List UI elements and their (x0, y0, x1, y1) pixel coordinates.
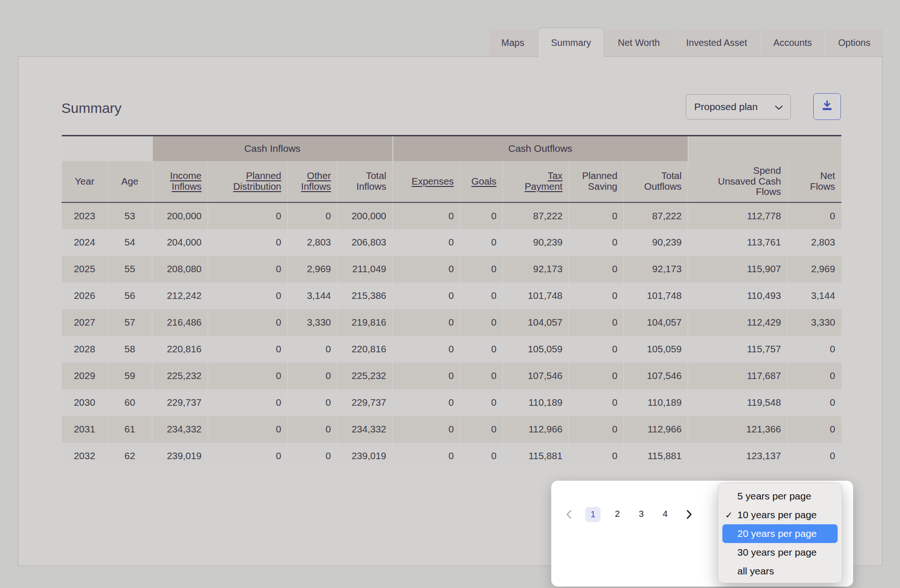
page-button-4[interactable]: 4 (658, 507, 672, 521)
cell: 216,486 (152, 309, 208, 336)
column-header-total-outflows: Total Outflows (624, 161, 688, 202)
cell: 0 (460, 309, 503, 336)
tab-maps[interactable]: Maps (489, 29, 537, 56)
cell: 101,748 (503, 283, 569, 309)
cell: 115,881 (503, 443, 569, 469)
cell: 87,222 (624, 202, 688, 229)
cell: 0 (208, 309, 288, 336)
column-header-planned-distribution[interactable]: Planned Distribution (208, 161, 288, 202)
cell: 0 (460, 202, 503, 229)
menu-item-30-years-per-page[interactable]: 30 years per page (718, 543, 842, 562)
group-header-cash-inflows: Cash Inflows (152, 136, 393, 161)
cell: 60 (108, 389, 152, 416)
cell: 0 (208, 336, 288, 363)
group-header-spacer (62, 136, 152, 161)
menu-item-5-years-per-page[interactable]: 5 years per page (718, 487, 842, 506)
tab-summary[interactable]: Summary (538, 28, 604, 57)
cell: 0 (393, 283, 460, 309)
cell: 121,366 (688, 416, 788, 443)
table-body: 202353200,00000200,0000087,222087,222112… (62, 202, 841, 469)
cell: 105,059 (624, 336, 688, 363)
cell: 0 (460, 389, 503, 416)
menu-item-label: 10 years per page (737, 509, 817, 521)
cell: 219,816 (338, 309, 393, 336)
cell: 117,687 (688, 363, 788, 389)
cell: 123,137 (688, 443, 788, 469)
cell: 0 (460, 229, 503, 256)
column-header-tax-payment[interactable]: Tax Payment (503, 161, 569, 202)
cell: 200,000 (338, 202, 393, 229)
plan-select[interactable]: Proposed plan (686, 94, 791, 119)
cell: 0 (460, 336, 503, 363)
cell: 0 (288, 336, 338, 363)
menu-item-label: 30 years per page (737, 547, 817, 558)
page-buttons: 1234 (585, 507, 672, 522)
cell: 62 (108, 443, 152, 469)
cell: 112,429 (688, 309, 788, 336)
tab-options[interactable]: Options (825, 29, 883, 56)
column-header-goals[interactable]: Goals (460, 161, 503, 202)
cell: 2027 (62, 309, 108, 336)
cell: 0 (393, 336, 460, 363)
cell: 0 (569, 283, 624, 309)
menu-item-10-years-per-page[interactable]: ✓10 years per page (718, 506, 842, 524)
cell: 115,757 (688, 336, 788, 363)
cell: 55 (108, 256, 152, 283)
cell: 104,057 (503, 309, 569, 336)
column-header-expenses[interactable]: Expenses (393, 161, 460, 202)
cell: 58 (108, 336, 152, 363)
cell: 0 (788, 389, 841, 416)
cell: 206,803 (338, 229, 393, 256)
cell: 104,057 (624, 309, 688, 336)
cell: 2,803 (788, 229, 841, 256)
cell: 87,222 (503, 202, 569, 229)
cell: 110,493 (688, 283, 788, 309)
column-header-income-inflows[interactable]: Income Inflows (152, 161, 208, 202)
column-header-other-inflows[interactable]: Other Inflows (288, 161, 338, 202)
cell: 234,332 (338, 416, 393, 443)
cell: 107,546 (503, 363, 569, 389)
column-header-planned-saving: Planned Saving (569, 161, 624, 202)
cell: 110,189 (624, 389, 688, 416)
download-button[interactable] (813, 93, 841, 120)
cell: 0 (208, 416, 288, 443)
pagination: 1234 (562, 507, 696, 522)
cell: 2023 (62, 202, 108, 229)
cell: 2030 (62, 389, 108, 416)
menu-item-all-years[interactable]: all years (718, 562, 842, 581)
tab-accounts[interactable]: Accounts (761, 29, 825, 56)
chevron-left-icon[interactable] (562, 507, 576, 521)
cell: 0 (460, 256, 503, 283)
chevron-right-icon[interactable] (682, 507, 696, 521)
cell: 0 (208, 229, 288, 256)
cell: 239,019 (338, 443, 393, 469)
cell: 212,242 (152, 283, 208, 309)
cell: 0 (569, 336, 624, 363)
tab-invested-asset[interactable]: Invested Asset (674, 29, 760, 56)
cell: 0 (208, 283, 288, 309)
cell: 0 (788, 202, 841, 229)
cell: 0 (393, 363, 460, 389)
tab-net-worth[interactable]: Net Worth (605, 29, 673, 56)
cell: 0 (393, 389, 460, 416)
cell: 112,778 (688, 202, 788, 229)
cell: 0 (288, 389, 338, 416)
cell: 2,969 (288, 256, 338, 283)
column-header-total-inflows: Total Inflows (338, 161, 393, 202)
cell: 0 (208, 389, 288, 416)
cell: 229,737 (338, 389, 393, 416)
cell: 112,966 (503, 416, 569, 443)
cell: 211,049 (338, 256, 393, 283)
cell: 2025 (62, 256, 108, 283)
cell: 56 (108, 283, 152, 309)
menu-item-20-years-per-page[interactable]: 20 years per page (722, 524, 838, 543)
page-button-1[interactable]: 1 (585, 507, 600, 522)
page-title: Summary (61, 100, 121, 116)
page-button-3[interactable]: 3 (634, 507, 648, 521)
cell: 220,816 (338, 336, 393, 363)
cell: 90,239 (624, 229, 688, 256)
column-header-age: Age (108, 161, 152, 202)
cell: 2,969 (788, 256, 841, 283)
page-button-2[interactable]: 2 (610, 507, 624, 521)
table-row: 202454204,00002,803206,8030090,239090,23… (62, 229, 841, 256)
